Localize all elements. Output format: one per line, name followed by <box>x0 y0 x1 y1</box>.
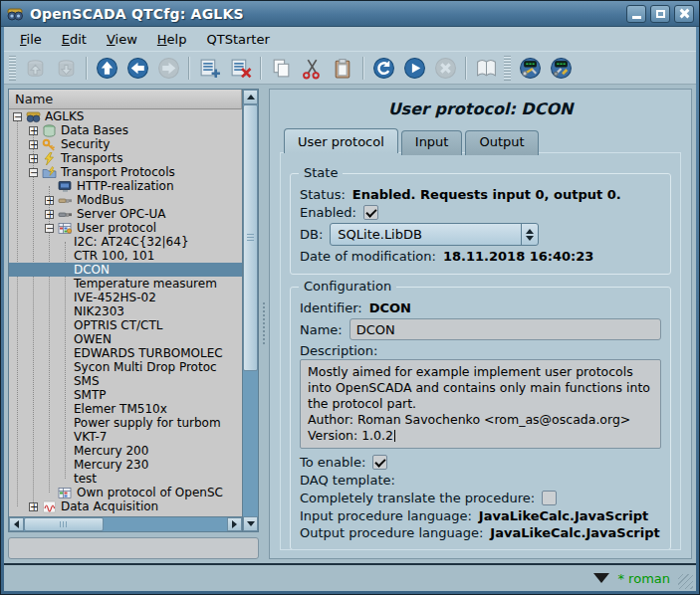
tree-item-elemer-tm510x[interactable]: Elemer TM510x <box>9 402 242 416</box>
tree-item-optris-ct-ctl[interactable]: OPTRIS CT/CTL <box>9 318 242 332</box>
tree-item-server-opc-ua[interactable]: +Server OPC-UA <box>9 207 242 221</box>
toolbar-separator <box>465 57 467 80</box>
toolbar-grip[interactable] <box>504 56 511 81</box>
tree-item-label: OPTRIS CT/CTL <box>74 318 162 332</box>
tree-item-smtp[interactable]: SMTP <box>9 388 242 402</box>
qtstarter-config-icon[interactable] <box>515 54 546 83</box>
maximize-button[interactable] <box>650 5 670 23</box>
tree-item-data-acquisition[interactable]: +Data Acquisition <box>9 499 242 513</box>
panel-splitter[interactable] <box>259 89 269 559</box>
add-item-icon[interactable] <box>194 54 225 83</box>
output-procedure-language-value: JavaLikeCalc.JavaScript <box>490 525 659 540</box>
tree-item-test[interactable]: test <box>9 472 242 486</box>
tab-user-protocol[interactable]: User protocol <box>284 128 398 153</box>
name-input[interactable] <box>350 318 661 340</box>
collapse-expander-icon[interactable]: − <box>29 168 38 177</box>
enabled-checkbox[interactable] <box>363 205 378 220</box>
tree-item-dcon[interactable]: DCON <box>9 263 242 277</box>
minimize-button[interactable] <box>626 5 646 23</box>
load-icon[interactable] <box>20 54 51 83</box>
copy-icon[interactable] <box>266 54 297 83</box>
expand-expander-icon[interactable]: + <box>29 140 38 149</box>
tree-filter-input[interactable] <box>8 537 259 559</box>
tab-output[interactable]: Output <box>465 130 538 155</box>
paste-icon[interactable] <box>328 54 358 83</box>
tree-item-data-bases[interactable]: +Data Bases <box>9 123 242 137</box>
expand-expander-icon[interactable]: + <box>45 196 54 205</box>
qtstarter-tools-icon[interactable] <box>546 54 577 83</box>
tree-item-power-supply-for-turbom[interactable]: Power supply for turbom <box>9 416 242 430</box>
vertical-scroll-track[interactable] <box>243 371 258 516</box>
tab-input[interactable]: Input <box>401 130 463 155</box>
tree-item-aglks[interactable]: −AGLKS <box>9 109 242 123</box>
tree-item-own-protocol-of-opensc[interactable]: Own protocol of OpenSC <box>9 486 242 499</box>
tree-item-i2c-at24c-32-64[interactable]: I2C: AT24C{32|64} <box>9 235 242 249</box>
tree-item-label: Mercury 200 <box>74 444 148 458</box>
forward-icon[interactable] <box>153 54 184 83</box>
expand-expander-icon[interactable]: + <box>29 502 38 511</box>
spinner-arrows-icon[interactable] <box>521 224 538 245</box>
tree-item-edwards-turbomolec[interactable]: EDWARDS TURBOMOLEC <box>9 346 242 360</box>
to-enable-checkbox[interactable] <box>372 455 387 470</box>
translate-procedure-checkbox[interactable] <box>542 491 557 505</box>
tree-item-user-protocol[interactable]: −User protocol <box>9 221 242 235</box>
manual-icon[interactable] <box>471 54 502 83</box>
tree-item-http-realization[interactable]: HTTP-realization <box>9 179 242 193</box>
delete-item-icon[interactable] <box>225 54 256 83</box>
stop-icon[interactable] <box>430 54 461 83</box>
expand-expander-icon[interactable]: + <box>29 154 38 163</box>
expand-expander-icon[interactable]: + <box>29 126 38 135</box>
collapse-arrow-icon[interactable] <box>593 573 609 583</box>
menu-help[interactable]: Help <box>147 30 197 49</box>
tree-item-mercury-200[interactable]: Mercury 200 <box>9 444 242 458</box>
scroll-down-button[interactable] <box>243 516 258 531</box>
tree-item-vkt-7[interactable]: VKT-7 <box>9 430 242 444</box>
tree-item-temperature-measurem[interactable]: Temperature measurem <box>9 277 242 291</box>
menu-file[interactable]: File <box>10 30 52 49</box>
menu-bar: FileEditViewHelpQTStarter <box>4 27 696 51</box>
tree-item-modbus[interactable]: +ModBus <box>9 193 242 207</box>
tree-item-transport-protocols[interactable]: −Transport Protocols <box>9 165 242 179</box>
horizontal-scroll-track[interactable] <box>104 517 227 531</box>
menu-qtstarter[interactable]: QTStarter <box>196 30 279 49</box>
main-area: Name −AGLKS+Data Bases+Security+Transpor… <box>4 85 696 563</box>
tree-vertical-scrollbar[interactable] <box>242 90 258 531</box>
vertical-scroll-handle[interactable] <box>243 104 258 371</box>
tree-item-mercury-230[interactable]: Mercury 230 <box>9 458 242 472</box>
back-icon[interactable] <box>122 54 153 83</box>
up-icon[interactable] <box>92 54 122 83</box>
tree-item-ctr-100-101[interactable]: CTR 100, 101 <box>9 249 242 263</box>
tree-item-nik2303[interactable]: NIK2303 <box>9 304 242 318</box>
tree-item-owen[interactable]: OWEN <box>9 332 242 346</box>
expand-expander-icon[interactable]: + <box>45 210 54 219</box>
menu-view[interactable]: View <box>97 30 147 49</box>
tree-item-sycon-multi-drop-protoc[interactable]: Sycon Multi Drop Protoc <box>9 360 242 374</box>
menu-edit[interactable]: Edit <box>52 30 97 49</box>
cut-icon[interactable] <box>297 54 328 83</box>
tree-item-sms[interactable]: SMS <box>9 374 242 388</box>
tree-item-security[interactable]: +Security <box>9 137 242 151</box>
description-textarea[interactable]: Mostly aimed for example implement user … <box>300 359 661 449</box>
window-title: OpenSCADA QTCfg: AGLKS <box>30 6 620 22</box>
toolbar-separator <box>362 57 364 80</box>
scroll-up-button[interactable] <box>243 90 258 104</box>
collapse-expander-icon[interactable]: − <box>13 112 22 121</box>
tree-item-label: Mercury 230 <box>74 458 148 472</box>
scroll-right-button[interactable] <box>227 517 242 531</box>
scroll-left-button[interactable] <box>9 517 24 531</box>
tree-item-label: I2C: AT24C{32|64} <box>74 235 189 249</box>
tree-item-ive-452hs-02[interactable]: IVE-452HS-02 <box>9 291 242 304</box>
resize-grip[interactable] <box>678 574 693 589</box>
save-icon[interactable] <box>51 54 82 83</box>
start-icon[interactable] <box>399 54 430 83</box>
tree-item-transports[interactable]: +Transports <box>9 151 242 165</box>
close-button[interactable] <box>674 5 694 23</box>
tree-horizontal-scrollbar[interactable] <box>9 516 242 531</box>
collapse-expander-icon[interactable]: − <box>45 224 54 233</box>
tree-item-label: AGLKS <box>45 109 84 123</box>
db-combobox[interactable]: SQLite.LibDB <box>330 223 539 246</box>
horizontal-scroll-handle[interactable] <box>24 517 104 531</box>
refresh-icon[interactable] <box>368 54 399 83</box>
toolbar-grip[interactable] <box>9 56 16 81</box>
tree-header-name[interactable]: Name <box>9 90 242 109</box>
